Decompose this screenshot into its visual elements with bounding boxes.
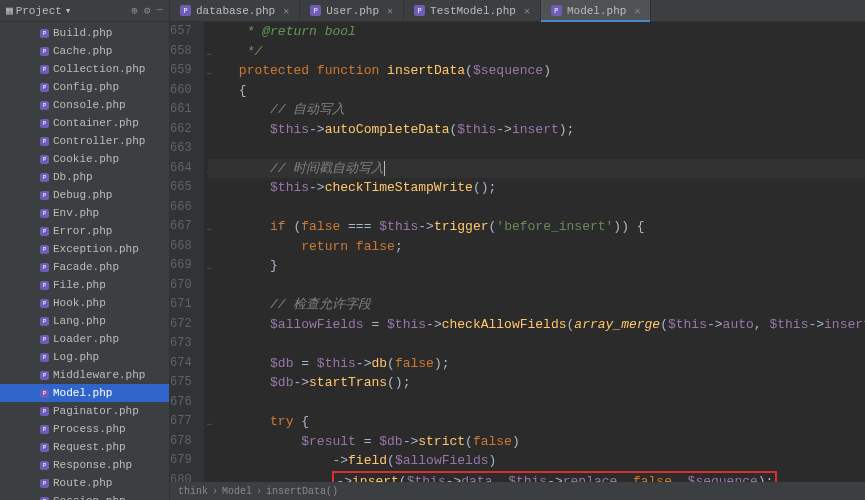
code-line[interactable]: * @return bool [208,22,865,42]
line-number: 657 [170,22,192,42]
tree-item-label: Model.php [53,387,112,399]
tree-item-label: Session.php [53,495,126,500]
tree-item-lang-php[interactable]: PLang.php [0,312,169,330]
code-line[interactable]: // 自动写入 [208,100,865,120]
tree-item-paginator-php[interactable]: PPaginator.php [0,402,169,420]
tree-item-process-php[interactable]: PProcess.php [0,420,169,438]
php-file-icon: P [40,209,49,218]
close-icon[interactable]: ✕ [387,5,393,17]
tree-item-controller-php[interactable]: PController.php [0,132,169,150]
code-line[interactable] [208,276,865,296]
tab-user-php[interactable]: PUser.php✕ [300,0,404,21]
code-line[interactable]: $db = $this->db(false); [208,354,865,374]
tree-item-config-php[interactable]: PConfig.php [0,78,169,96]
tree-item-label: Cookie.php [53,153,119,165]
code-line[interactable]: ->insert($this->data, $this->replace, fa… [208,471,865,483]
tree-item-label: Response.php [53,459,132,471]
project-icon: ▦ [6,4,13,17]
tree-item-cookie-php[interactable]: PCookie.php [0,150,169,168]
php-file-icon: P [40,101,49,110]
code-line[interactable]: } [208,256,865,276]
tree-item-loader-php[interactable]: PLoader.php [0,330,169,348]
code-line[interactable]: if (false === $this->trigger('before_ins… [208,217,865,237]
project-panel-header: ▦ Project ▾ ⊕ ⚙ − [0,0,170,21]
php-file-icon: P [40,227,49,236]
close-icon[interactable]: ✕ [283,5,289,17]
breadcrumb-item[interactable]: think [178,486,208,497]
code-line[interactable]: try { [208,412,865,432]
tree-item-env-php[interactable]: PEnv.php [0,204,169,222]
code-line[interactable]: $result = $db->strict(false) [208,432,865,452]
php-file-icon: P [310,5,321,16]
code-line[interactable] [208,393,865,413]
line-number: 680 [170,471,192,483]
code-line[interactable]: $allowFields = $this->checkAllowFields(a… [208,315,865,335]
line-number: 658 [170,42,192,62]
tab-database-php[interactable]: Pdatabase.php✕ [170,0,300,21]
code-area[interactable]: 6576586596606616626636646656666676686696… [170,22,865,482]
code-line[interactable]: { [208,81,865,101]
tree-item-route-php[interactable]: PRoute.php [0,474,169,492]
tree-item-hook-php[interactable]: PHook.php [0,294,169,312]
tree-item-debug-php[interactable]: PDebug.php [0,186,169,204]
code-line[interactable]: $this->checkTimeStampWrite(); [208,178,865,198]
tree-item-log-php[interactable]: PLog.php [0,348,169,366]
php-file-icon: P [180,5,191,16]
tree-item-session-php[interactable]: PSession.php [0,492,169,500]
code-line[interactable]: */ [208,42,865,62]
code-line[interactable] [208,198,865,218]
close-icon[interactable]: ✕ [524,5,530,17]
tree-item-file-php[interactable]: PFile.php [0,276,169,294]
tree-item-facade-php[interactable]: PFacade.php [0,258,169,276]
tree-item-collection-php[interactable]: PCollection.php [0,60,169,78]
dropdown-icon[interactable]: ▾ [65,4,72,17]
tree-item-build-php[interactable]: PBuild.php [0,24,169,42]
collapse-icon[interactable]: − [156,4,163,17]
code-line[interactable]: ->field($allowFields) [208,451,865,471]
breadcrumb[interactable]: think › Model › insertData() [170,482,865,500]
tree-item-error-php[interactable]: PError.php [0,222,169,240]
tree-item-middleware-php[interactable]: PMiddleware.php [0,366,169,384]
line-number: 676 [170,393,192,413]
code-line[interactable] [208,139,865,159]
tree-item-console-php[interactable]: PConsole.php [0,96,169,114]
line-number: 678 [170,432,192,452]
tree-item-label: Config.php [53,81,119,93]
tree-item-db-php[interactable]: PDb.php [0,168,169,186]
close-icon[interactable]: ✕ [634,5,640,17]
tree-item-cache-php[interactable]: PCache.php [0,42,169,60]
code-line[interactable] [208,334,865,354]
chevron-right-icon: › [212,486,218,497]
target-icon[interactable]: ⊕ [131,4,138,17]
tree-item-label: Container.php [53,117,139,129]
tree-item-label: Process.php [53,423,126,435]
code-line[interactable]: $db->startTrans(); [208,373,865,393]
tree-item-model-php[interactable]: PModel.php [0,384,169,402]
tab-testmodel-php[interactable]: PTestModel.php✕ [404,0,541,21]
tree-item-label: Log.php [53,351,99,363]
breadcrumb-item[interactable]: Model [222,486,252,497]
code-line[interactable]: $this->autoCompleteData($this->insert); [208,120,865,140]
tree-item-exception-php[interactable]: PException.php [0,240,169,258]
php-file-icon: P [40,119,49,128]
chevron-right-icon: › [256,486,262,497]
php-file-icon: P [40,137,49,146]
tree-item-request-php[interactable]: PRequest.php [0,438,169,456]
line-number: 677 [170,412,192,432]
code-line[interactable]: // 检查允许字段 [208,295,865,315]
code-line[interactable]: // 时间戳自动写入 [208,159,865,179]
gear-icon[interactable]: ⚙ [144,4,151,17]
php-file-icon: P [40,425,49,434]
code-line[interactable]: return false; [208,237,865,257]
breadcrumb-item[interactable]: insertData() [266,486,338,497]
tab-label: TestModel.php [430,5,516,17]
code-content[interactable]: * @return bool */ protected function ins… [204,22,865,482]
project-tree[interactable]: PBuild.phpPCache.phpPCollection.phpPConf… [0,22,170,500]
line-number: 665 [170,178,192,198]
tree-item-label: Exception.php [53,243,139,255]
tree-item-container-php[interactable]: PContainer.php [0,114,169,132]
tab-model-php[interactable]: PModel.php✕ [541,0,651,21]
tree-item-response-php[interactable]: PResponse.php [0,456,169,474]
code-line[interactable]: protected function insertData($sequence) [208,61,865,81]
tree-item-label: Facade.php [53,261,119,273]
